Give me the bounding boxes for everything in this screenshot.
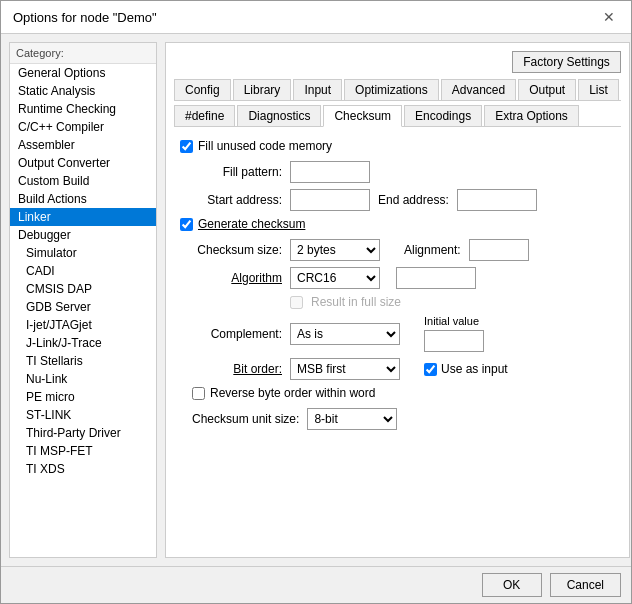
sidebar-item[interactable]: General Options bbox=[10, 64, 156, 82]
bit-order-select[interactable]: MSB firstLSB first bbox=[290, 358, 400, 380]
tab-row2[interactable]: Checksum bbox=[323, 105, 402, 127]
fill-unused-checkbox[interactable] bbox=[180, 140, 193, 153]
tabs-row1: ConfigLibraryInputOptimizationsAdvancedO… bbox=[174, 79, 621, 101]
sidebar-item[interactable]: Nu-Link bbox=[10, 370, 156, 388]
sidebar-item[interactable]: TI Stellaris bbox=[10, 352, 156, 370]
tabs-row2: #defineDiagnosticsChecksumEncodingsExtra… bbox=[174, 105, 621, 127]
category-label: Category: bbox=[10, 43, 156, 64]
dialog-body: Category: General OptionsStatic Analysis… bbox=[1, 34, 631, 566]
sidebar-item[interactable]: Simulator bbox=[10, 244, 156, 262]
checksum-size-row: Checksum size: 1 byte2 bytes4 bytes Alig… bbox=[192, 239, 615, 261]
initial-value-label: Initial value bbox=[424, 315, 484, 327]
content-area: Fill unused code memory Fill pattern: 0x… bbox=[174, 129, 621, 549]
sidebar-item[interactable]: TI MSP-FET bbox=[10, 442, 156, 460]
factory-row: Factory Settings bbox=[174, 51, 621, 73]
alignment-label: Alignment: bbox=[404, 243, 461, 257]
dialog: Options for node "Demo" ✕ Category: Gene… bbox=[0, 0, 632, 604]
factory-settings-button[interactable]: Factory Settings bbox=[512, 51, 621, 73]
sidebar-item[interactable]: I-jet/JTAGjet bbox=[10, 316, 156, 334]
tab-row1[interactable]: Library bbox=[233, 79, 292, 100]
dialog-footer: OK Cancel bbox=[1, 566, 631, 603]
title-bar: Options for node "Demo" ✕ bbox=[1, 1, 631, 34]
sidebar-item[interactable]: Third-Party Driver bbox=[10, 424, 156, 442]
fill-pattern-input[interactable]: 0xFF bbox=[290, 161, 370, 183]
tab-row1[interactable]: Advanced bbox=[441, 79, 516, 100]
ok-button[interactable]: OK bbox=[482, 573, 542, 597]
sidebar-item[interactable]: J-Link/J-Trace bbox=[10, 334, 156, 352]
generate-checksum-checkbox[interactable] bbox=[180, 218, 193, 231]
dialog-title: Options for node "Demo" bbox=[13, 10, 157, 25]
close-button[interactable]: ✕ bbox=[599, 9, 619, 25]
checksum-unit-select[interactable]: 8-bit16-bit32-bit bbox=[307, 408, 397, 430]
algorithm-row: Algorithm CRC16CRC32SumCRC16/CCITT 0x110… bbox=[192, 267, 615, 289]
sidebar-item[interactable]: ST-LINK bbox=[10, 406, 156, 424]
complement-select[interactable]: As is1's complement2's complement bbox=[290, 323, 400, 345]
reverse-byte-checkbox[interactable] bbox=[192, 387, 205, 400]
end-address-input[interactable]: 0x0 bbox=[457, 189, 537, 211]
address-row: Start address: 0x0 End address: 0x0 bbox=[192, 189, 615, 211]
tab-row2[interactable]: Encodings bbox=[404, 105, 482, 126]
sidebar-item[interactable]: PE micro bbox=[10, 388, 156, 406]
sidebar-item[interactable]: CMSIS DAP bbox=[10, 280, 156, 298]
sidebar-item[interactable]: Custom Build bbox=[10, 172, 156, 190]
result-full-size-row: Result in full size bbox=[290, 295, 615, 309]
start-address-label: Start address: bbox=[192, 193, 282, 207]
sidebar-item[interactable]: Build Actions bbox=[10, 190, 156, 208]
use-as-input-checkbox[interactable] bbox=[424, 363, 437, 376]
tab-row2[interactable]: #define bbox=[174, 105, 235, 126]
tab-row1[interactable]: Input bbox=[293, 79, 342, 100]
tab-row2[interactable]: Diagnostics bbox=[237, 105, 321, 126]
bit-order-label: Bit order: bbox=[192, 362, 282, 376]
reverse-byte-label: Reverse byte order within word bbox=[210, 386, 375, 400]
reverse-byte-row: Reverse byte order within word bbox=[192, 386, 615, 400]
end-address-label: End address: bbox=[378, 193, 449, 207]
sidebar-item[interactable]: Static Analysis bbox=[10, 82, 156, 100]
checksum-size-select[interactable]: 1 byte2 bytes4 bytes bbox=[290, 239, 380, 261]
sidebar-item[interactable]: C/C++ Compiler bbox=[10, 118, 156, 136]
sidebar-item[interactable]: Runtime Checking bbox=[10, 100, 156, 118]
sidebar-item[interactable]: TI XDS bbox=[10, 460, 156, 478]
tab-row1[interactable]: Config bbox=[174, 79, 231, 100]
result-full-size-checkbox[interactable] bbox=[290, 296, 303, 309]
fill-pattern-label: Fill pattern: bbox=[192, 165, 282, 179]
algorithm-select[interactable]: CRC16CRC32SumCRC16/CCITT bbox=[290, 267, 380, 289]
algorithm-extra-input[interactable]: 0x11021 bbox=[396, 267, 476, 289]
tab-row1[interactable]: List bbox=[578, 79, 619, 100]
fill-pattern-row: Fill pattern: 0xFF bbox=[192, 161, 615, 183]
cancel-button[interactable]: Cancel bbox=[550, 573, 621, 597]
start-address-input[interactable]: 0x0 bbox=[290, 189, 370, 211]
tab-row1[interactable]: Optimizations bbox=[344, 79, 439, 100]
sidebar-item[interactable]: Linker bbox=[10, 208, 156, 226]
sidebar: Category: General OptionsStatic Analysis… bbox=[9, 42, 157, 558]
bit-order-row: Bit order: MSB firstLSB first Use as inp… bbox=[192, 358, 615, 380]
algorithm-label: Algorithm bbox=[192, 271, 282, 285]
complement-initial-row: Complement: As is1's complement2's compl… bbox=[192, 315, 615, 352]
sidebar-item[interactable]: Assembler bbox=[10, 136, 156, 154]
fill-unused-row: Fill unused code memory bbox=[180, 139, 615, 153]
sidebar-item[interactable]: GDB Server bbox=[10, 298, 156, 316]
main-panel: Factory Settings ConfigLibraryInputOptim… bbox=[165, 42, 630, 558]
complement-label: Complement: bbox=[192, 327, 282, 341]
tab-row2[interactable]: Extra Options bbox=[484, 105, 579, 126]
generate-checksum-label: Generate checksum bbox=[198, 217, 305, 231]
sidebar-item[interactable]: Output Converter bbox=[10, 154, 156, 172]
use-as-input-label: Use as input bbox=[441, 362, 508, 376]
fill-unused-label: Fill unused code memory bbox=[198, 139, 332, 153]
checksum-unit-label: Checksum unit size: bbox=[192, 412, 299, 426]
checksum-size-label: Checksum size: bbox=[192, 243, 282, 257]
sidebar-item[interactable]: Debugger bbox=[10, 226, 156, 244]
sidebar-item[interactable]: CADI bbox=[10, 262, 156, 280]
result-full-size-label: Result in full size bbox=[311, 295, 401, 309]
checksum-unit-row: Checksum unit size: 8-bit16-bit32-bit bbox=[192, 408, 615, 430]
initial-value-input[interactable]: 0x0 bbox=[424, 330, 484, 352]
generate-checksum-row: Generate checksum bbox=[180, 217, 615, 231]
tab-row1[interactable]: Output bbox=[518, 79, 576, 100]
alignment-input[interactable]: 1 bbox=[469, 239, 529, 261]
